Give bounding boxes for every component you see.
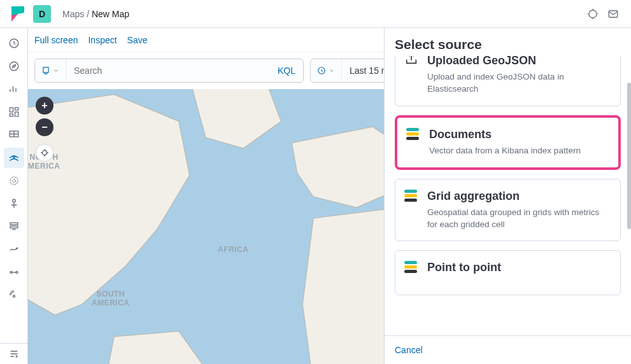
source-title: Documents — [429, 128, 608, 141]
stack-icon — [404, 261, 418, 275]
search-input[interactable] — [66, 59, 270, 82]
source-card-point-to-point[interactable]: Point to point — [395, 250, 621, 295]
svg-rect-17 — [10, 223, 18, 225]
save-link[interactable]: Save — [127, 35, 148, 45]
source-desc: Upload and index GeoJSON data in Elastic… — [427, 71, 610, 95]
select-source-flyout: Select source Uploaded GeoJSON Upload an… — [384, 28, 631, 364]
side-nav — [0, 28, 28, 364]
svg-point-22 — [13, 295, 15, 297]
breadcrumb-current: New Map — [92, 9, 129, 19]
flyout-footer: Cancel — [385, 335, 631, 364]
breadcrumb: Maps / New Map — [62, 9, 129, 19]
zoom-in-button[interactable]: + — [36, 97, 53, 115]
breadcrumb-root[interactable]: Maps — [62, 9, 84, 19]
top-header: D Maps / New Map — [0, 0, 631, 28]
kql-toggle[interactable]: KQL — [270, 59, 303, 82]
nav-apm-icon[interactable] — [4, 239, 24, 260]
stack-icon — [406, 128, 420, 142]
svg-point-26 — [43, 151, 47, 155]
nav-visualize-icon[interactable] — [4, 79, 24, 99]
map-zoom-controls: + − — [36, 97, 53, 162]
fit-bounds-button[interactable] — [36, 144, 53, 162]
nav-logs-icon[interactable] — [4, 216, 24, 237]
svg-point-13 — [13, 156, 15, 158]
svg-point-14 — [12, 179, 15, 183]
collapse-nav-icon[interactable] — [0, 343, 27, 364]
filter-button[interactable] — [35, 59, 66, 82]
search-group: KQL — [34, 59, 304, 83]
source-title: Point to point — [427, 261, 610, 274]
main-content: Full screen Inspect Save KQL Last 15 min… — [28, 28, 631, 364]
avatar-initial: D — [39, 9, 45, 19]
nav-infra-icon[interactable] — [4, 193, 24, 214]
source-desc: Vector data from a Kibana index pattern — [429, 145, 608, 157]
nav-ml-icon[interactable] — [4, 171, 24, 191]
source-card-documents[interactable]: Documents Vector data from a Kibana inde… — [395, 115, 621, 170]
inspect-link[interactable]: Inspect — [88, 35, 117, 45]
svg-rect-23 — [43, 67, 48, 73]
upload-icon — [404, 56, 418, 66]
nav-recent-icon[interactable] — [4, 33, 24, 53]
news-icon[interactable] — [583, 4, 603, 24]
space-avatar[interactable]: D — [33, 5, 51, 23]
source-desc: Geospatial data grouped in grids with me… — [427, 207, 610, 231]
mail-icon[interactable] — [603, 4, 623, 24]
zoom-out-button[interactable]: − — [36, 118, 53, 136]
breadcrumb-sep: / — [87, 9, 89, 19]
svg-point-0 — [589, 10, 597, 18]
source-title: Grid aggregation — [427, 190, 610, 203]
nav-uptime-icon[interactable] — [4, 262, 24, 283]
kibana-logo[interactable] — [8, 4, 28, 24]
flyout-title: Select source — [385, 28, 631, 56]
svg-rect-10 — [15, 112, 18, 116]
nav-maps-icon[interactable] — [4, 148, 24, 168]
time-picker-button[interactable] — [311, 59, 342, 82]
full-screen-link[interactable]: Full screen — [34, 35, 78, 45]
svg-point-7 — [10, 62, 18, 71]
svg-rect-11 — [10, 114, 13, 116]
svg-point-15 — [10, 177, 18, 185]
nav-discover-icon[interactable] — [4, 56, 24, 76]
nav-canvas-icon[interactable] — [4, 125, 24, 145]
source-title: Uploaded GeoJSON — [427, 56, 610, 67]
nav-siem-icon[interactable] — [4, 285, 24, 305]
nav-dashboard-icon[interactable] — [4, 102, 24, 122]
svg-point-21 — [16, 272, 18, 274]
svg-rect-18 — [10, 226, 18, 228]
scrollbar[interactable] — [627, 83, 631, 229]
source-card-uploaded-geojson[interactable]: Uploaded GeoJSON Upload and index GeoJSO… — [395, 56, 621, 106]
svg-rect-9 — [15, 108, 18, 110]
svg-point-16 — [12, 199, 15, 202]
cancel-button[interactable]: Cancel — [395, 345, 423, 355]
svg-rect-8 — [10, 108, 13, 112]
flyout-body[interactable]: Uploaded GeoJSON Upload and index GeoJSO… — [385, 56, 631, 335]
stack-icon — [404, 190, 418, 204]
source-card-grid-aggregation[interactable]: Grid aggregation Geospatial data grouped… — [395, 179, 621, 242]
svg-point-20 — [10, 272, 12, 274]
